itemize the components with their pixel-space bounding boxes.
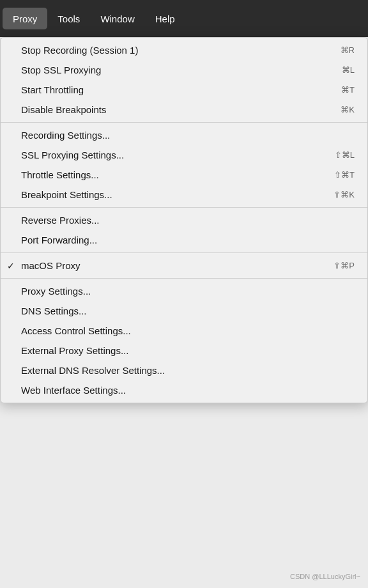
menu-section-5: Proxy Settings... DNS Settings... Access…: [1, 278, 367, 403]
proxy-dropdown-menu: Stop Recording (Session 1) ⌘R Stop SSL P…: [0, 37, 368, 403]
menu-bar-proxy[interactable]: Proxy: [3, 8, 47, 29]
reverse-proxies-item[interactable]: Reverse Proxies...: [1, 210, 367, 230]
stop-recording-shortcut: ⌘R: [341, 45, 355, 55]
throttle-settings-label: Throttle Settings...: [21, 169, 99, 180]
access-control-settings-label: Access Control Settings...: [21, 325, 131, 336]
external-dns-resolver-settings-label: External DNS Resolver Settings...: [21, 365, 165, 376]
web-interface-settings-label: Web Interface Settings...: [21, 385, 126, 396]
breakpoint-settings-shortcut: ⇧⌘K: [334, 190, 355, 199]
stop-ssl-proxying-item[interactable]: Stop SSL Proxying ⌘L: [1, 60, 367, 80]
recording-settings-item[interactable]: Recording Settings...: [1, 125, 367, 145]
menu-bar: Proxy Tools Window Help: [0, 0, 368, 37]
recording-settings-label: Recording Settings...: [21, 130, 110, 141]
stop-recording-item[interactable]: Stop Recording (Session 1) ⌘R: [1, 40, 367, 60]
external-proxy-settings-item[interactable]: External Proxy Settings...: [1, 341, 367, 360]
ssl-proxying-settings-label: SSL Proxying Settings...: [21, 150, 124, 160]
menu-section-1: Stop Recording (Session 1) ⌘R Stop SSL P…: [1, 38, 367, 122]
menu-section-3: Reverse Proxies... Port Forwarding...: [1, 207, 367, 252]
port-forwarding-item[interactable]: Port Forwarding...: [1, 230, 367, 250]
proxy-settings-label: Proxy Settings...: [21, 286, 91, 297]
stop-ssl-proxying-shortcut: ⌘L: [342, 65, 355, 75]
external-dns-resolver-settings-item[interactable]: External DNS Resolver Settings...: [1, 360, 367, 380]
external-proxy-settings-label: External Proxy Settings...: [21, 345, 128, 356]
disable-breakpoints-item[interactable]: Disable Breakpoints ⌘K: [1, 100, 367, 120]
reverse-proxies-label: Reverse Proxies...: [21, 215, 100, 226]
breakpoint-settings-label: Breakpoint Settings...: [21, 189, 112, 200]
dns-settings-label: DNS Settings...: [21, 306, 87, 316]
proxy-settings-item[interactable]: Proxy Settings...: [1, 281, 367, 301]
disable-breakpoints-label: Disable Breakpoints: [21, 104, 106, 115]
breakpoint-settings-item[interactable]: Breakpoint Settings... ⇧⌘K: [1, 185, 367, 205]
stop-recording-label: Stop Recording (Session 1): [21, 45, 138, 56]
disable-breakpoints-shortcut: ⌘K: [341, 105, 355, 114]
macos-proxy-shortcut: ⇧⌘P: [334, 261, 355, 270]
macos-proxy-label: macOS Proxy: [21, 260, 80, 271]
access-control-settings-item[interactable]: Access Control Settings...: [1, 321, 367, 341]
macos-proxy-checkmark: ✓: [7, 261, 15, 271]
stop-ssl-proxying-label: Stop SSL Proxying: [21, 65, 101, 75]
menu-section-2: Recording Settings... SSL Proxying Setti…: [1, 122, 367, 207]
port-forwarding-label: Port Forwarding...: [21, 235, 97, 245]
throttle-settings-item[interactable]: Throttle Settings... ⇧⌘T: [1, 165, 367, 185]
macos-proxy-item[interactable]: ✓ macOS Proxy ⇧⌘P: [1, 256, 367, 275]
menu-bar-help[interactable]: Help: [145, 8, 185, 29]
throttle-settings-shortcut: ⇧⌘T: [334, 170, 355, 180]
start-throttling-item[interactable]: Start Throttling ⌘T: [1, 80, 367, 100]
start-throttling-label: Start Throttling: [21, 84, 84, 95]
menu-bar-tools[interactable]: Tools: [47, 8, 90, 29]
web-interface-settings-item[interactable]: Web Interface Settings...: [1, 380, 367, 400]
watermark: CSDN @LLLuckyGirl~: [290, 573, 360, 580]
ssl-proxying-settings-item[interactable]: SSL Proxying Settings... ⇧⌘L: [1, 145, 367, 165]
menu-section-4: ✓ macOS Proxy ⇧⌘P: [1, 252, 367, 278]
menu-bar-window[interactable]: Window: [90, 8, 144, 29]
start-throttling-shortcut: ⌘T: [341, 85, 355, 95]
dns-settings-item[interactable]: DNS Settings...: [1, 301, 367, 321]
ssl-proxying-settings-shortcut: ⇧⌘L: [335, 150, 355, 160]
